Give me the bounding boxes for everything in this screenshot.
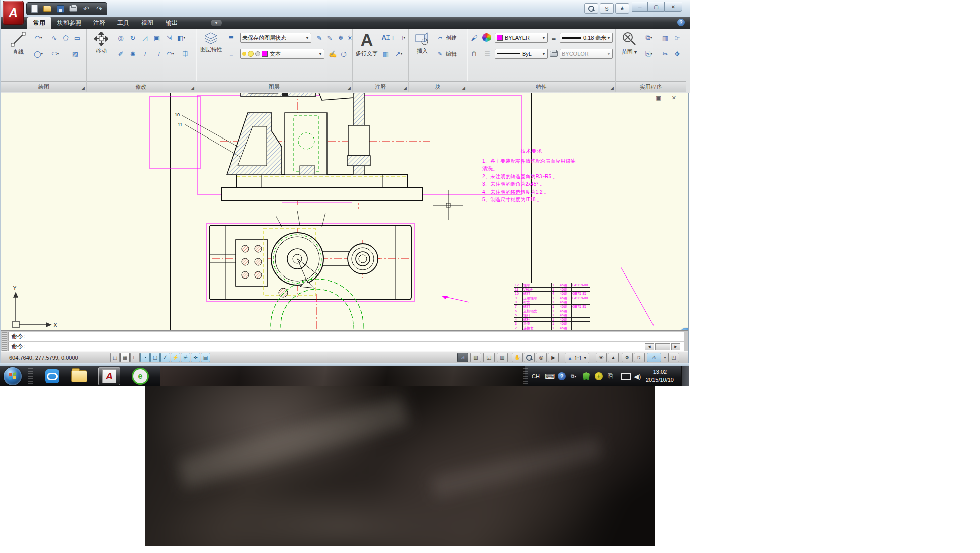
toolbar-lock-icon[interactable]: ⚿ xyxy=(634,353,645,362)
table-icon[interactable]: ▦ xyxy=(381,49,391,59)
favorites-star-icon[interactable]: ★ xyxy=(615,3,629,14)
lineweight-display-toggle[interactable]: ▤ xyxy=(201,353,210,362)
paste-icon[interactable]: ⎘▾ xyxy=(644,49,654,59)
minimize-button[interactable]: ─ xyxy=(632,2,648,12)
drawing-canvas[interactable]: ─ ▣ ✕ xyxy=(1,93,688,330)
scroll-right-icon[interactable]: ▶ xyxy=(671,343,680,350)
show-motion-icon[interactable]: ▶ xyxy=(548,353,559,362)
panel-launcher-icon[interactable]: ◢ xyxy=(191,86,194,90)
polyline-icon[interactable]: ∿ xyxy=(49,33,59,43)
annotation-visibility-icon[interactable]: 👁 xyxy=(596,353,607,362)
copy-icon[interactable]: ◎ xyxy=(116,33,126,43)
panel-launcher-icon[interactable]: ◢ xyxy=(611,86,614,90)
mirror-icon[interactable]: ◧▾ xyxy=(176,33,186,43)
join-icon[interactable]: ⎅ xyxy=(180,49,190,59)
panel-label-draw[interactable]: 绘图 xyxy=(1,81,86,92)
linetype-dropdown[interactable]: ByL▼ xyxy=(495,49,548,59)
color-wheel-icon[interactable] xyxy=(482,33,491,42)
infer-constraints-toggle[interactable]: ⬚ xyxy=(110,353,120,362)
make-current-layer-icon[interactable]: ✍ xyxy=(328,49,338,59)
command-scrollbar[interactable]: ◀ ▶ xyxy=(645,343,680,350)
open-file-icon[interactable] xyxy=(43,5,52,13)
layer-unisolate-icon[interactable]: ✎ xyxy=(324,33,335,43)
show-hidden-icons-caret[interactable]: ⧉▾ xyxy=(571,371,576,382)
status-menu-caret-icon[interactable]: ▼ xyxy=(663,356,667,359)
panel-launcher-icon[interactable]: ◢ xyxy=(462,86,465,90)
performance-warning-icon[interactable]: ⚠ xyxy=(647,353,661,362)
measure-icon[interactable]: ⧉▾ xyxy=(644,33,654,43)
ribbon-minimize-caret-icon[interactable]: ▼ xyxy=(211,20,222,26)
taskbar-clock[interactable]: 13:02 2015/10/10 xyxy=(646,368,674,384)
mtext-button[interactable]: A 多行文字 xyxy=(355,31,379,56)
taskbar-item-autocad[interactable]: A xyxy=(98,367,120,385)
steering-wheel-icon[interactable]: ◎ xyxy=(536,353,547,362)
clean-screen-icon[interactable]: ◳ xyxy=(668,353,679,362)
tab-tools[interactable]: 工具 xyxy=(111,17,135,29)
ellipse-icon[interactable]: ⬭▾ xyxy=(50,49,60,59)
panel-label-modify[interactable]: 修改 xyxy=(87,81,196,92)
select-cursor-icon[interactable]: ☞ xyxy=(672,33,682,43)
fillet-icon[interactable]: ◠▾ xyxy=(165,49,175,59)
lineweight-icon[interactable]: ≡ xyxy=(549,33,559,43)
plot-icon[interactable] xyxy=(69,5,78,13)
properties-list-icon[interactable]: 🗒 xyxy=(469,49,479,59)
panel-label-utilities[interactable]: 实用程序 xyxy=(616,81,686,92)
layer-freeze-icon[interactable]: ❄ xyxy=(336,33,346,43)
scissors-icon[interactable]: ✂ xyxy=(660,49,670,59)
trim-icon[interactable]: ◿ xyxy=(140,33,150,43)
scale-icon[interactable]: ▣ xyxy=(152,33,162,43)
explode-icon[interactable]: ✺ xyxy=(128,49,138,59)
undo-icon[interactable]: ↶ xyxy=(82,5,91,13)
taskbar-item-explorer[interactable] xyxy=(68,367,90,385)
circle-icon[interactable]: ◯▾ xyxy=(33,49,43,59)
input-language-indicator[interactable]: CH xyxy=(532,371,540,382)
break-icon[interactable]: -/- xyxy=(141,50,149,58)
rectangle-icon[interactable]: ▭ xyxy=(72,33,82,43)
new-file-icon[interactable] xyxy=(30,5,39,13)
start-button[interactable] xyxy=(4,367,22,385)
erase-icon[interactable]: ✐ xyxy=(116,49,126,59)
insert-block-button[interactable]: 插入 xyxy=(411,32,434,55)
application-menu-button[interactable]: A xyxy=(3,1,24,25)
command-grip[interactable] xyxy=(2,332,7,351)
taskbar-item-browser[interactable]: e xyxy=(129,367,151,385)
panel-label-block[interactable]: 块 xyxy=(409,81,467,92)
tab-view[interactable]: 视图 xyxy=(135,17,159,29)
tray-grip[interactable] xyxy=(523,368,528,384)
pan-icon[interactable]: ✋ xyxy=(512,353,523,362)
show-desktop-button[interactable] xyxy=(681,366,689,386)
ortho-toggle[interactable]: ∟ xyxy=(130,353,140,362)
security-shield-icon[interactable] xyxy=(583,371,590,382)
layer-states-icon[interactable]: ≣ xyxy=(226,33,236,43)
object-snap-tracking-toggle[interactable]: ⚡ xyxy=(171,353,180,362)
single-text-icon[interactable]: A⌶ xyxy=(381,33,391,43)
plot-style-dropdown[interactable]: BYCOLOR▼ xyxy=(560,49,613,59)
workspace-gear-icon[interactable]: ⚙ xyxy=(622,353,633,362)
polygon-icon[interactable]: ⬠ xyxy=(61,33,71,43)
zoom-extents-button[interactable]: 范围 ▾ xyxy=(618,31,641,56)
edit-block-button[interactable]: ✎编辑 xyxy=(436,50,457,58)
arc-icon[interactable]: ◠▾ xyxy=(33,33,43,43)
dimension-icon[interactable]: ⊢⊣▾ xyxy=(394,33,404,43)
snap-grid-toggle[interactable]: ▦ xyxy=(120,353,130,362)
volume-icon[interactable]: ◀) xyxy=(634,371,641,382)
lineweight-dropdown[interactable]: 0.18 毫米▼ xyxy=(560,33,613,43)
layout-button[interactable]: ▥ xyxy=(497,353,508,362)
panel-launcher-icon[interactable]: ◢ xyxy=(348,86,351,90)
object-color-dropdown[interactable]: BYLAYER▼ xyxy=(495,33,548,43)
layer-state-dropdown[interactable]: 未保存的图层状态▼ xyxy=(240,33,311,43)
quick-select-icon[interactable]: ▥ xyxy=(660,33,670,43)
annotation-scale-button[interactable]: ▲ 1:1 ▼ xyxy=(565,353,589,363)
3d-object-snap-toggle[interactable]: ∠ xyxy=(160,353,170,362)
tab-home[interactable]: 常用 xyxy=(27,17,51,29)
search-icon[interactable] xyxy=(584,3,598,14)
break-at-point-icon[interactable]: --/ xyxy=(153,50,161,58)
move-button[interactable]: 移动 xyxy=(90,32,113,55)
quick-view-layouts-button[interactable]: ▧ xyxy=(470,353,481,362)
quick-view-drawings-button[interactable]: ◱ xyxy=(483,353,495,362)
layer-match-icon[interactable]: ≡ xyxy=(226,49,236,59)
object-snap-toggle[interactable]: ▢ xyxy=(150,353,160,362)
line-button[interactable]: 直线 xyxy=(5,32,31,56)
plot-style-icon[interactable] xyxy=(549,49,559,59)
keyboard-layout-icon[interactable]: ⌨ xyxy=(545,371,555,382)
